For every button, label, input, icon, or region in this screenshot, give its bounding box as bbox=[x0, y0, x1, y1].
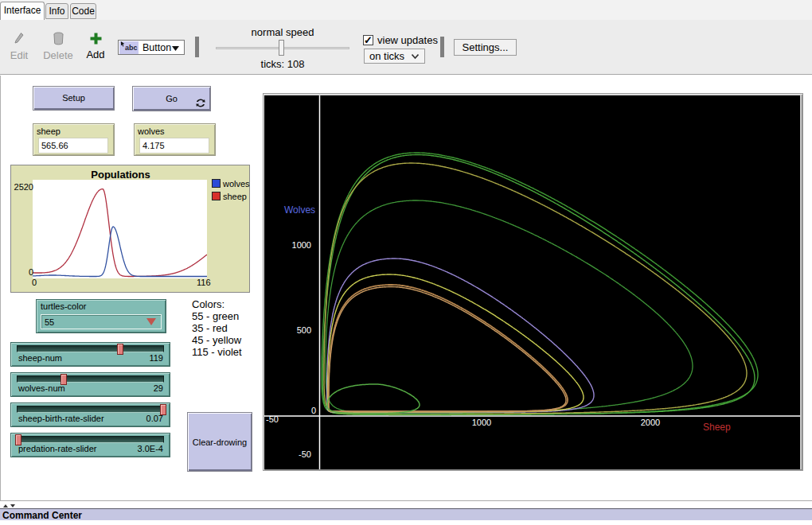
svg-text:1000: 1000 bbox=[472, 418, 491, 427]
svg-text:2000: 2000 bbox=[641, 418, 660, 427]
svg-text:0: 0 bbox=[311, 406, 316, 415]
svg-text:500: 500 bbox=[297, 325, 311, 335]
svg-text:1000: 1000 bbox=[292, 240, 311, 250]
svg-text:-50: -50 bbox=[299, 449, 311, 459]
svg-text:Wolves: Wolves bbox=[284, 204, 315, 216]
svg-text:Sheep: Sheep bbox=[703, 422, 731, 433]
svg-text:-50: -50 bbox=[266, 414, 279, 424]
